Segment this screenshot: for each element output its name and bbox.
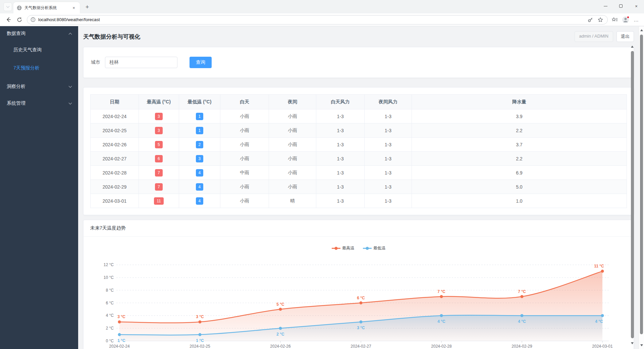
sidebar-item-0-1[interactable]: 7天预报分析 (0, 59, 78, 77)
legend-item-1[interactable]: 最低温 (363, 245, 385, 251)
table-cell: 1-3 (316, 109, 365, 123)
table-cell: 小雨 (220, 180, 269, 194)
data-point-label: 5 °C (276, 302, 284, 307)
search-card: 城市 查询 (83, 47, 634, 78)
city-input[interactable] (105, 57, 177, 68)
low-temp-badge: 4 (196, 197, 204, 205)
data-point (118, 333, 121, 336)
column-header: 白天 (220, 95, 269, 109)
sidebar-group-label: 洞察分析 (7, 84, 25, 90)
data-point-label: 3 °C (196, 314, 204, 319)
data-point (118, 320, 121, 323)
y-axis-tick-label: 2 °C (106, 326, 114, 331)
table-cell: 7 (139, 180, 179, 194)
table-cell: 小雨 (220, 194, 269, 208)
column-header: 白天风力 (316, 95, 365, 109)
data-point (440, 314, 443, 317)
table-cell: 2024-03-01 (91, 194, 139, 208)
scroll-up-icon[interactable] (639, 28, 644, 33)
x-axis-tick-label: 2024-02-25 (190, 344, 210, 349)
data-point (279, 327, 282, 330)
table-cell: 7 (139, 166, 179, 180)
restore-button[interactable] (613, 0, 629, 12)
table-cell: 1-3 (365, 138, 412, 152)
favorites-bar-icon[interactable] (611, 16, 619, 23)
data-point (521, 295, 524, 298)
table-cell: 1-3 (316, 138, 365, 152)
column-header: 最低温 (°C) (179, 95, 220, 109)
table-cell: 2024-02-29 (91, 180, 139, 194)
legend-marker-icon (363, 247, 372, 250)
data-point (601, 314, 604, 317)
low-temp-badge: 4 (196, 169, 204, 177)
table-cell: 小雨 (269, 123, 316, 138)
table-cell: 3.9 (412, 109, 627, 123)
table-cell: 2.2 (412, 123, 627, 138)
table-row: 2024-02-2531小雨小雨1-31-32.2 (91, 123, 627, 138)
sidebar-group-0[interactable]: 数据查询 (0, 26, 78, 41)
password-key-icon[interactable] (587, 16, 594, 23)
table-cell: 1-3 (365, 180, 412, 194)
table-cell: 3 (139, 109, 179, 123)
more-menu-button[interactable]: … (633, 16, 640, 23)
table-cell: 中雨 (220, 166, 269, 180)
new-tab-button[interactable]: + (83, 2, 92, 12)
data-point-label: 3 °C (117, 314, 125, 319)
table-cell: 1-3 (365, 109, 412, 123)
legend-item-0[interactable]: 最高温 (332, 245, 354, 251)
sidebar-group-label: 系统管理 (7, 100, 25, 106)
bookmark-star-icon[interactable] (597, 16, 604, 23)
high-temp-badge: 3 (155, 113, 163, 120)
x-axis-tick-label: 2024-02-28 (431, 344, 452, 349)
minimize-icon (604, 6, 607, 6)
data-point (199, 320, 202, 323)
scroll-down-icon[interactable] (639, 343, 644, 348)
sidebar-item-0-0[interactable]: 历史天气查询 (0, 41, 78, 59)
data-point (279, 308, 282, 311)
profile-avatar[interactable] (622, 16, 629, 23)
sidebar-menu: 数据查询历史天气查询7天预报分析洞察分析系统管理 (0, 26, 78, 349)
scroll-up-icon[interactable] (630, 44, 635, 49)
table-cell: 5 (139, 138, 179, 152)
low-temp-badge: 1 (196, 127, 204, 134)
window-controls: × (598, 0, 644, 12)
browser-tab[interactable]: 天气数据分析系统 × (13, 2, 80, 13)
data-point-label: 2 °C (276, 332, 284, 337)
table-cell: 2.2 (412, 152, 627, 166)
table-cell: 3.7 (412, 138, 627, 152)
table-cell: 6.9 (412, 166, 627, 180)
table-row: 2024-02-2431小雨小雨1-31-33.9 (91, 109, 627, 123)
table-cell: 1 (179, 123, 220, 138)
data-point-label: 3 °C (357, 326, 365, 330)
chevron-down-icon (6, 4, 9, 8)
table-cell: 1-3 (316, 180, 365, 194)
low-temp-badge: 1 (196, 113, 204, 120)
table-cell: 11 (139, 194, 179, 208)
logout-button[interactable]: 退出 (616, 31, 634, 42)
info-icon (31, 17, 36, 22)
scroll-down-icon[interactable] (630, 341, 635, 346)
globe-icon (17, 5, 22, 10)
refresh-icon (17, 17, 22, 22)
content-scrollbar[interactable] (630, 43, 635, 347)
table-cell: 2024-02-27 (91, 152, 139, 166)
refresh-button[interactable] (15, 16, 23, 24)
browser-scrollbar[interactable] (639, 27, 644, 349)
close-button[interactable]: × (629, 0, 644, 12)
table-cell: 1-3 (316, 194, 365, 208)
tab-close-button[interactable]: × (71, 5, 76, 10)
browser-scrollbar-thumb[interactable] (640, 35, 643, 334)
sidebar-group-2[interactable]: 系统管理 (0, 96, 78, 111)
table-cell: 2 (179, 138, 220, 152)
table-row: 2024-02-2974小雨小雨1-31-35.0 (91, 180, 627, 194)
low-temp-badge: 3 (196, 155, 204, 162)
address-bar[interactable]: localhost:8080/weather/forecast (27, 15, 608, 24)
table-cell: 5.0 (412, 180, 627, 194)
app-root: 数据查询历史天气查询7天预报分析洞察分析系统管理 天气数据分析与可视化 admi… (0, 26, 644, 349)
content-scrollbar-thumb[interactable] (631, 51, 634, 338)
query-button[interactable]: 查询 (190, 57, 212, 68)
minimize-button[interactable] (598, 0, 613, 12)
sidebar-group-1[interactable]: 洞察分析 (0, 79, 78, 94)
tab-search-dropdown[interactable] (3, 2, 12, 11)
back-button[interactable] (4, 16, 12, 24)
